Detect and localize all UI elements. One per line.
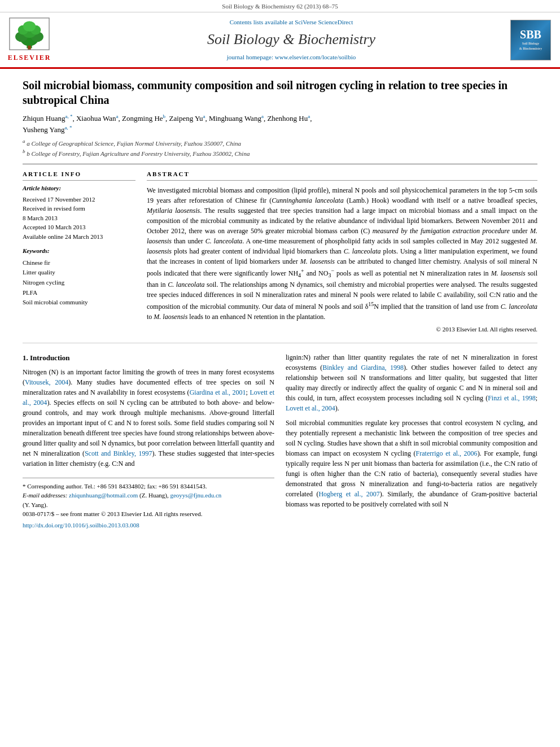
body-left-col: 1. Introduction Nitrogen (N) is an impor… <box>23 352 274 530</box>
received-date: Received 17 November 2012 <box>23 195 135 204</box>
sciverse-link: Contents lists available at SciVerse Sci… <box>230 18 353 27</box>
section-divider <box>23 343 537 343</box>
corresponding-author-note: * Corresponding author. Tel.: +86 591 84… <box>23 482 274 491</box>
body-right-col: lignin:N) rather than litter quantity re… <box>286 352 537 530</box>
journal-logo: SBB Soil Biology& Biochemistry <box>508 17 553 63</box>
journal-reference: Soil Biology & Biochemistry 62 (2013) 68… <box>0 0 560 12</box>
intro-para2: lignin:N) rather than litter quantity re… <box>286 352 537 413</box>
intro-para3: Soil microbial communities regulate key … <box>286 418 537 509</box>
svg-rect-8 <box>28 46 31 50</box>
email-addresses: E-mail addresses: zhiqunhuang@hotmail.co… <box>23 491 274 509</box>
affiliations: a a College of Geographical Science, Fuj… <box>23 138 537 158</box>
elsevier-wordmark: ELSEVIER <box>8 53 51 63</box>
main-content: Soil microbial biomass, community compos… <box>0 69 560 541</box>
keywords-label: Keywords: <box>23 247 135 255</box>
keywords-section: Keywords: Chinese firLitter qualityNitro… <box>23 247 135 307</box>
doi-line: http://dx.doi.org/10.1016/j.soilbio.2013… <box>23 521 274 530</box>
elsevier-tree-icon <box>7 17 52 51</box>
accepted-date: Accepted 10 March 2013 <box>23 222 135 232</box>
journal-title-section: Contents lists available at SciVerse Sci… <box>80 17 502 63</box>
logo-letters: SBB <box>520 29 541 40</box>
elsevier-logo-section: ELSEVIER <box>7 17 75 63</box>
abstract-section: ABSTRACT We investigated microbial bioma… <box>147 170 537 334</box>
journal-homepage: journal homepage: www.elsevier.com/locat… <box>227 53 356 62</box>
available-online-date: Available online 24 March 2013 <box>23 232 135 242</box>
elsevier-logo: ELSEVIER <box>7 17 52 63</box>
journal-header: ELSEVIER Contents lists available at Sci… <box>0 12 560 69</box>
authors: Zhiqun Huanga, *, Xiaohua Wana, Zongming… <box>23 113 537 136</box>
abstract-text: We investigated microbial biomass and co… <box>147 185 537 322</box>
copyright-line: © 2013 Elsevier Ltd. All rights reserved… <box>147 325 537 334</box>
intro-para1: Nitrogen (N) is an important factor limi… <box>23 367 274 469</box>
paper-title: Soil microbial biomass, community compos… <box>23 78 537 107</box>
keywords-list: Chinese firLitter qualityNitrogen cyclin… <box>23 258 135 308</box>
journal-title: Soil Biology & Biochemistry <box>207 29 375 50</box>
logo-subtitle: Soil Biology& Biochemistry <box>519 41 542 51</box>
article-info-abstract: ARTICLE INFO Article history: Received 1… <box>23 164 537 334</box>
article-info-heading: ARTICLE INFO <box>23 170 135 180</box>
footnote-block: * Corresponding author. Tel.: +86 591 84… <box>23 478 274 530</box>
issn-line: 0038-0717/$ – see front matter © 2013 El… <box>23 509 274 519</box>
journal-logo-box: SBB Soil Biology& Biochemistry <box>510 20 551 60</box>
intro-heading: 1. Introduction <box>23 352 274 364</box>
abstract-heading: ABSTRACT <box>147 170 537 180</box>
body-columns: 1. Introduction Nitrogen (N) is an impor… <box>23 352 537 530</box>
footnotes-section: * Corresponding author. Tel.: +86 591 84… <box>23 478 274 530</box>
received-revised-date: Received in revised form8 March 2013 <box>23 204 135 222</box>
svg-point-7 <box>23 21 36 32</box>
article-info-panel: ARTICLE INFO Article history: Received 1… <box>23 170 135 334</box>
history-label: Article history: <box>23 184 135 193</box>
